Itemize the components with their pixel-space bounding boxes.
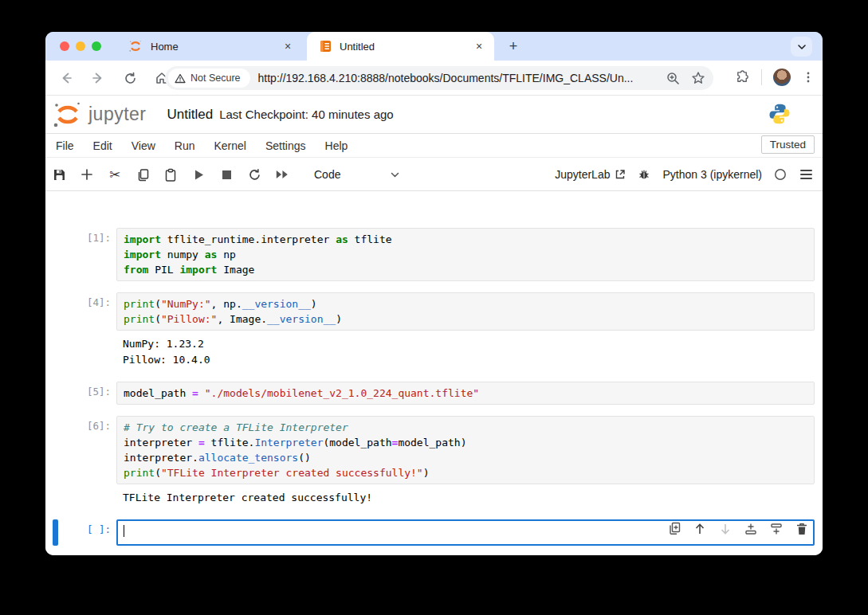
- browser-toolbar: Not Secure http://192.168.4.210:8888/not…: [45, 61, 823, 96]
- browser-menu-icon[interactable]: [802, 71, 815, 84]
- menu-edit[interactable]: Edit: [84, 139, 122, 152]
- menu-kernel[interactable]: Kernel: [204, 139, 255, 152]
- menu-file[interactable]: File: [56, 139, 84, 152]
- cell-editor[interactable]: # Try to create a TFLite Interpreterinte…: [116, 416, 815, 484]
- new-tab-button[interactable]: +: [504, 37, 523, 57]
- security-chip[interactable]: Not Secure: [168, 69, 250, 88]
- notebook-toolbar: ✂ Code J: [45, 158, 823, 191]
- jupyter-header: jupyter Untitled Last Checkpoint: 40 min…: [45, 96, 823, 134]
- code-cell: [1]:import tflite_runtime.interpreter as…: [45, 228, 823, 281]
- back-button[interactable]: [57, 69, 76, 88]
- cell-output: TFLite Interpreter created successfully!: [123, 484, 815, 508]
- move-cell-up-button[interactable]: [693, 522, 706, 535]
- menu-settings[interactable]: Settings: [256, 139, 316, 152]
- menu-help[interactable]: Help: [316, 139, 358, 152]
- execution-count: [1]:: [45, 228, 116, 281]
- close-tab-icon[interactable]: ×: [472, 39, 486, 53]
- save-button[interactable]: [52, 167, 66, 182]
- minimize-window-button[interactable]: [76, 41, 85, 51]
- notebook-title[interactable]: Untitled: [167, 107, 214, 123]
- code-cell: [6]:# Try to create a TFLite Interpreter…: [45, 416, 823, 508]
- delete-cell-button[interactable]: [795, 522, 808, 535]
- menu-view[interactable]: View: [122, 139, 165, 152]
- checkpoint-status: Last Checkpoint: 40 minutes ago: [219, 108, 393, 121]
- address-bar[interactable]: Not Secure http://192.168.4.210:8888/not…: [165, 66, 713, 90]
- jupyter-wordmark: jupyter: [88, 104, 147, 125]
- python-logo: [768, 103, 791, 125]
- code-line: from PIL import Image: [124, 262, 807, 277]
- code-line: print("TFLite Interpreter created succes…: [124, 465, 807, 480]
- chevron-down-icon[interactable]: [387, 167, 402, 182]
- text-cursor: [124, 525, 124, 537]
- forward-button[interactable]: [88, 69, 108, 88]
- kernel-status-icon: [773, 167, 787, 182]
- cell-output: NumPy: 1.23.2 Pillow: 10.4.0: [123, 331, 815, 370]
- tab-title: Untitled: [340, 41, 472, 53]
- external-link-icon: [615, 169, 626, 180]
- close-window-button[interactable]: [60, 41, 69, 51]
- cut-cells-button[interactable]: ✂: [108, 167, 122, 182]
- cell-editor[interactable]: model_path = "./models/mobilenet_v2_1.0_…: [116, 382, 815, 405]
- jupyter-ring-icon: [128, 39, 143, 53]
- browser-window: Home × Untitled × +: [45, 32, 823, 555]
- reload-button[interactable]: [120, 69, 139, 88]
- warning-icon: [175, 73, 186, 84]
- code-line: model_path = "./models/mobilenet_v2_1.0_…: [124, 386, 807, 401]
- code-cell: [5]:model_path = "./models/mobilenet_v2_…: [45, 382, 823, 405]
- maximize-window-button[interactable]: [92, 41, 101, 51]
- cell-type-select[interactable]: Code: [314, 168, 340, 181]
- trusted-button[interactable]: Trusted: [761, 135, 815, 154]
- paste-cells-button[interactable]: [163, 167, 178, 182]
- duplicate-cell-button[interactable]: [667, 522, 681, 535]
- cell-editor[interactable]: print("NumPy:", np.__version__)print("Pi…: [116, 292, 815, 331]
- code-line: # Try to create a TFLite Interpreter: [124, 420, 807, 435]
- execution-count: [5]:: [45, 382, 116, 405]
- tab-strip: Home × Untitled × +: [45, 32, 823, 61]
- window-controls: [60, 41, 101, 51]
- menu-bar: File Edit View Run Kernel Settings Help …: [45, 134, 823, 158]
- code-line: import tflite_runtime.interpreter as tfl…: [124, 232, 807, 247]
- tab-title: Home: [151, 41, 281, 53]
- active-cell-indicator: [53, 519, 58, 546]
- code-cell: [4]:print("NumPy:", np.__version__)print…: [45, 292, 823, 370]
- tab-home[interactable]: Home ×: [116, 32, 303, 61]
- open-in-jupyterlab-link[interactable]: JupyterLab: [555, 168, 626, 181]
- chevron-down-icon: [797, 42, 807, 52]
- kernel-name[interactable]: Python 3 (ipykernel): [662, 168, 762, 181]
- security-label: Not Secure: [190, 72, 241, 84]
- zoom-icon[interactable]: [666, 72, 680, 85]
- code-line: print("Pillow:", Image.__version__): [124, 311, 807, 327]
- tab-untitled[interactable]: Untitled ×: [307, 32, 494, 61]
- restart-run-all-button[interactable]: [275, 167, 289, 182]
- cell-editor[interactable]: import tflite_runtime.interpreter as tfl…: [116, 228, 815, 281]
- menu-run[interactable]: Run: [165, 139, 205, 152]
- notebook-file-icon: [320, 40, 332, 53]
- copy-cells-button[interactable]: [136, 167, 150, 182]
- execution-count: [4]:: [45, 292, 116, 331]
- tab-search-button[interactable]: [791, 37, 812, 57]
- interrupt-kernel-button[interactable]: [219, 167, 234, 182]
- cell-toolbar: [667, 522, 808, 535]
- code-cell: [ ]:: [45, 519, 823, 546]
- divider: [761, 69, 762, 85]
- code-line: interpreter.allocate_tensors(): [124, 450, 807, 465]
- notebook-content: [1]:import tflite_runtime.interpreter as…: [45, 191, 823, 555]
- insert-cell-button[interactable]: [80, 167, 94, 182]
- notebook-tools-menu-icon[interactable]: [799, 167, 813, 182]
- code-line: interpreter = tflite.Interpreter(model_p…: [124, 435, 807, 450]
- insert-cell-above-button[interactable]: [744, 522, 757, 535]
- debugger-icon[interactable]: [637, 167, 651, 182]
- insert-cell-below-button[interactable]: [769, 522, 783, 535]
- bookmark-star-icon[interactable]: [691, 71, 705, 85]
- restart-kernel-button[interactable]: [247, 167, 261, 182]
- extensions-icon[interactable]: [735, 70, 750, 85]
- run-cell-button[interactable]: [191, 167, 206, 182]
- url-text[interactable]: http://192.168.4.210:8888/notebooks/Docu…: [258, 72, 666, 84]
- jupyter-logo[interactable]: [52, 99, 84, 131]
- execution-count: [6]:: [45, 416, 116, 484]
- move-cell-down-button[interactable]: [718, 522, 732, 535]
- code-line: import numpy as np: [124, 247, 807, 262]
- code-line: print("NumPy:", np.__version__): [124, 296, 807, 311]
- profile-avatar[interactable]: [773, 69, 791, 86]
- close-tab-icon[interactable]: ×: [281, 39, 295, 53]
